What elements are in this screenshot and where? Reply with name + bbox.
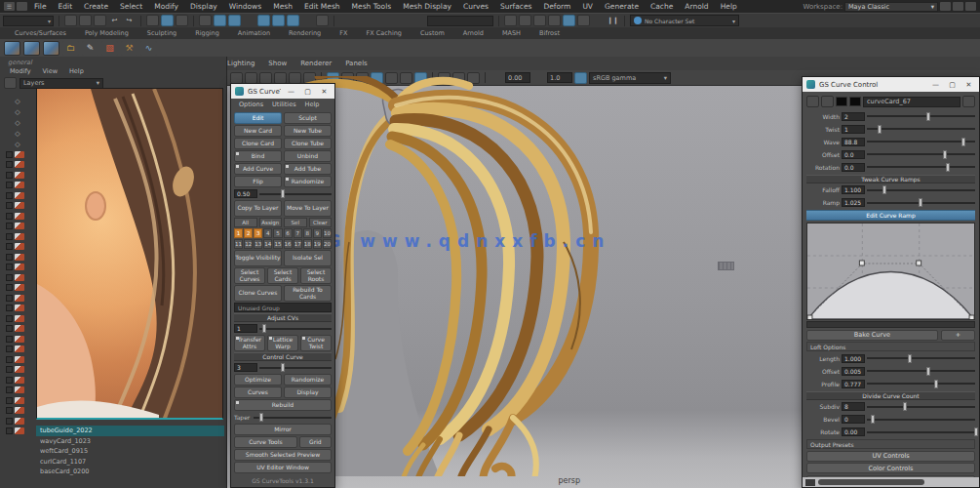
- redo-icon[interactable]: ↪: [123, 15, 136, 26]
- layer-row[interactable]: [0, 345, 35, 355]
- divider[interactable]: [59, 16, 59, 26]
- ramp-slider[interactable]: [867, 202, 975, 204]
- layer-cell[interactable]: 9: [313, 228, 322, 238]
- ramp-value[interactable]: 1.025: [842, 198, 865, 207]
- ref-menu-help[interactable]: Help: [64, 67, 89, 75]
- scroll-step-box[interactable]: [805, 479, 815, 486]
- shelf-tab-bifrost[interactable]: Bifrost: [530, 29, 568, 37]
- subdiv-value[interactable]: 8: [842, 402, 865, 411]
- make-live-icon[interactable]: [272, 15, 285, 26]
- visibility-checkbox[interactable]: [6, 213, 13, 220]
- layer-row[interactable]: [0, 201, 35, 212]
- in-view-editor-handle[interactable]: [718, 262, 734, 270]
- open-scene-icon[interactable]: [79, 15, 92, 26]
- menu-generate[interactable]: Generate: [600, 2, 644, 11]
- toggle-visibility-button[interactable]: Toggle Visibility: [234, 250, 282, 266]
- select-tool-icon[interactable]: [146, 15, 159, 26]
- cvs-value[interactable]: 1: [234, 324, 257, 333]
- marker-diamond-icon[interactable]: ◇: [0, 128, 35, 139]
- layer-cell[interactable]: 16: [284, 239, 293, 249]
- shelf-tab-custom[interactable]: Custom: [412, 29, 453, 37]
- bevel-value[interactable]: 0: [842, 415, 865, 424]
- mirror-button[interactable]: Mirror: [234, 424, 332, 435]
- falloff-value[interactable]: 1.100: [842, 185, 865, 194]
- visibility-checkbox[interactable]: [6, 356, 13, 363]
- move-to-layer-button[interactable]: Move To Layer: [284, 200, 332, 217]
- sculpt-button[interactable]: Sculpt: [284, 112, 332, 124]
- rigging-link-icon[interactable]: [383, 15, 396, 26]
- curves-button[interactable]: Curves: [234, 386, 282, 398]
- visibility-checkbox[interactable]: [6, 427, 13, 434]
- visibility-checkbox[interactable]: [6, 397, 13, 404]
- shelf-tab-sculpting[interactable]: Sculpting: [138, 29, 185, 37]
- menu-arnold[interactable]: Arnold: [680, 2, 713, 11]
- select-cards-button[interactable]: Select Cards: [267, 267, 298, 284]
- divider[interactable]: [193, 16, 194, 26]
- width-value[interactable]: 2: [842, 112, 865, 121]
- layer-row[interactable]: [0, 324, 35, 335]
- bevel-slider[interactable]: [867, 419, 975, 421]
- character-set-dropdown[interactable]: No Character Set ▾: [630, 15, 739, 26]
- render-icon[interactable]: [504, 15, 517, 26]
- copy-to-layer-button[interactable]: Copy To Layer: [234, 200, 282, 217]
- select-curves-button[interactable]: Select Curves: [234, 267, 265, 284]
- curve-tools-button[interactable]: Curve Tools: [234, 436, 297, 448]
- shelf-tab-rendering[interactable]: Rendering: [280, 29, 330, 37]
- menu-uv[interactable]: UV: [577, 2, 598, 11]
- scene-icon[interactable]: [17, 2, 27, 11]
- cvs-slider[interactable]: [259, 328, 332, 330]
- visibility-checkbox[interactable]: [6, 274, 13, 281]
- shelf-tab-fx-caching[interactable]: FX Caching: [357, 29, 411, 37]
- layer-row[interactable]: [0, 252, 35, 263]
- length-slider[interactable]: [867, 357, 975, 359]
- layer-row[interactable]: [0, 283, 35, 294]
- color-controls-button[interactable]: Color Controls: [806, 463, 975, 473]
- clone-card-button[interactable]: Clone Card: [234, 138, 282, 149]
- shelf-item-note-script[interactable]: ✎: [82, 41, 98, 56]
- select-node-icon[interactable]: [962, 96, 975, 107]
- quick-select-field[interactable]: [427, 16, 493, 26]
- menu-edit[interactable]: Edit: [54, 2, 78, 11]
- layer-cell[interactable]: 7: [294, 228, 302, 238]
- menu-edit-mesh[interactable]: Edit Mesh: [299, 2, 345, 11]
- visibility-checkbox[interactable]: [6, 264, 13, 270]
- visibility-checkbox[interactable]: [6, 202, 13, 209]
- divider[interactable]: [498, 16, 499, 26]
- visibility-checkbox[interactable]: [6, 192, 13, 199]
- marker-diamond-icon[interactable]: ◇: [0, 139, 35, 149]
- outliner-toggle-icon[interactable]: [940, 2, 951, 11]
- menu-mesh-display[interactable]: Mesh Display: [398, 2, 456, 11]
- layer-cell[interactable]: 8: [303, 228, 312, 238]
- layer-row[interactable]: [0, 427, 35, 437]
- select-hierarchy-icon[interactable]: [161, 15, 174, 26]
- rotate-slider[interactable]: [867, 431, 975, 433]
- vp-menu-lighting[interactable]: Lighting: [221, 60, 260, 67]
- bake-curve-button[interactable]: Bake Curve: [806, 330, 938, 341]
- wave-value[interactable]: 88.8: [842, 138, 865, 146]
- visibility-checkbox[interactable]: [6, 305, 13, 311]
- scroll-handle[interactable]: [818, 479, 924, 485]
- snap-point-icon[interactable]: [228, 15, 241, 26]
- edit-curve-ramp-header[interactable]: Edit Curve Ramp: [806, 210, 975, 221]
- layer-cell[interactable]: 14: [263, 239, 272, 249]
- visibility-checkbox[interactable]: [6, 377, 13, 384]
- ref-menu-modify[interactable]: Modify: [5, 67, 36, 75]
- snap-view-plane-icon[interactable]: [257, 15, 270, 26]
- length-value[interactable]: 1.000: [842, 354, 865, 363]
- optimize-button[interactable]: Optimize: [234, 374, 282, 386]
- attribute-editor-toggle-icon[interactable]: [953, 2, 963, 11]
- menu-deform[interactable]: Deform: [538, 2, 575, 11]
- layer-row[interactable]: [0, 211, 35, 222]
- curve-ramp-graph[interactable]: [806, 223, 975, 320]
- layer-cell[interactable]: 20: [323, 239, 332, 249]
- divider[interactable]: [624, 16, 625, 26]
- snap-curve-icon[interactable]: [214, 15, 226, 26]
- divider[interactable]: [140, 16, 141, 26]
- new-card-button[interactable]: New Card: [234, 125, 282, 137]
- menu-help[interactable]: Help: [716, 2, 742, 11]
- display-button[interactable]: Display: [284, 386, 332, 398]
- shelf-item-paint-script[interactable]: ▧: [101, 41, 118, 56]
- workspace-dropdown[interactable]: Maya Classic ▾: [844, 2, 938, 12]
- render-settings-icon[interactable]: [548, 15, 561, 26]
- layer-name-row[interactable]: baseCard_0200: [36, 467, 224, 477]
